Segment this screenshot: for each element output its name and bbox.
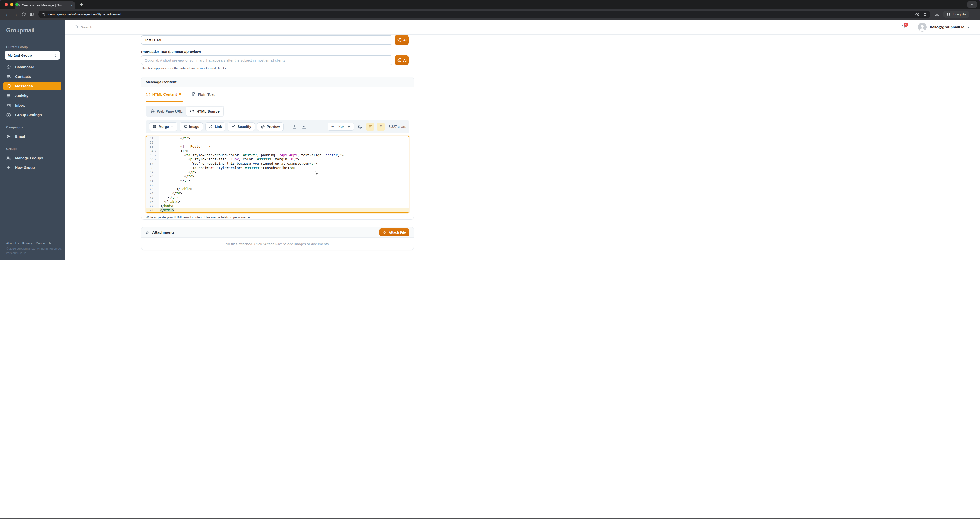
code-line-64[interactable]: 64∨ <tr> <box>146 149 409 153</box>
unsaved-dot-icon <box>179 93 181 95</box>
sidebar-item-new-group[interactable]: New Group <box>3 163 62 172</box>
address-bar[interactable]: nemo.groupmail.io/messages/new?type=adva… <box>38 11 490 18</box>
side-panel-icon[interactable] <box>28 12 36 16</box>
code-text[interactable]: </body> <box>159 204 174 208</box>
code-line-65[interactable]: 65∨ <td style="background-color: #f9f7f2… <box>146 153 409 158</box>
url-text[interactable]: nemo.groupmail.io/messages/new?type=adva… <box>48 13 490 16</box>
tab-label: Plain Text <box>198 93 215 96</box>
link-button[interactable]: Link <box>205 122 226 131</box>
fold-spacer <box>153 191 158 196</box>
image-button[interactable]: Image <box>180 122 203 131</box>
segment-web-page-url[interactable]: Web Page URL <box>147 107 186 116</box>
import-upload-icon[interactable] <box>291 125 298 129</box>
code-line-74[interactable]: 74 </td> <box>146 191 409 196</box>
code-line-70[interactable]: 70 </td> <box>146 174 409 179</box>
code-text[interactable]: </tr> <box>159 196 178 200</box>
tab-plain-text[interactable]: Plain Text <box>192 92 215 97</box>
code-line-68[interactable]: 68 <a href="#" style="color: #999999;">U… <box>146 166 409 170</box>
sidebar-item-contacts[interactable]: Contacts <box>3 72 62 81</box>
window-controls[interactable] <box>5 3 18 6</box>
code-text[interactable]: </p> <box>159 170 196 174</box>
sidebar-item-activity[interactable]: Activity <box>3 91 62 100</box>
code-line-67[interactable]: 67 You're receiving this because you sig… <box>146 161 409 166</box>
export-download-icon[interactable] <box>301 125 308 129</box>
code-line-73[interactable]: 73 </table> <box>146 187 409 191</box>
browser-tab[interactable]: G Create a new Message | Grou × <box>15 2 75 9</box>
code-line-77[interactable]: 77</body> <box>146 204 409 208</box>
fold-chevron-icon[interactable]: ∨ <box>153 157 158 161</box>
code-text[interactable]: </td> <box>159 174 194 179</box>
code-text[interactable]: </html> <box>159 208 174 212</box>
code-line-69[interactable]: 69 </p> <box>146 170 409 174</box>
code-line-76[interactable]: 76 </table> <box>146 200 409 204</box>
fold-chevron-icon[interactable]: ∨ <box>153 153 158 158</box>
preheader-input[interactable] <box>141 55 392 65</box>
font-size-decrease-button[interactable]: − <box>329 124 336 129</box>
code-text[interactable]: <a href="#" style="color: #999999;">Unsu… <box>159 166 295 170</box>
code-text[interactable]: </tr> <box>159 179 190 183</box>
forward-icon[interactable]: → <box>11 12 20 17</box>
subject-input[interactable] <box>141 35 392 45</box>
code-text[interactable]: <td style="background-color: #f9f7f2; pa… <box>159 153 344 158</box>
merge-button[interactable]: Merge <box>149 122 177 131</box>
code-text[interactable]: </table> <box>159 187 192 191</box>
minimize-window-button[interactable] <box>10 3 13 6</box>
beautify-button[interactable]: Beautify <box>228 122 255 131</box>
message-content-title: Message Content <box>142 77 414 87</box>
global-search[interactable] <box>74 25 143 29</box>
code-text[interactable]: <p style="font-size: 13px; color: #99999… <box>159 157 299 161</box>
subject-ai-button[interactable]: AI <box>395 35 409 45</box>
code-text[interactable]: You're receiving this because you signed… <box>159 161 317 166</box>
attach-file-button[interactable]: Attach File <box>379 228 409 236</box>
code-text[interactable]: </td> <box>159 191 182 196</box>
sidebar-item-inbox[interactable]: Inbox <box>3 101 62 110</box>
tab-close-icon[interactable]: × <box>71 3 73 7</box>
preview-button[interactable]: Preview <box>257 122 283 131</box>
privacy-link[interactable]: Privacy <box>22 241 33 245</box>
about-us-link[interactable]: About Us <box>6 241 19 245</box>
group-select[interactable]: My 2nd Group <box>5 51 60 60</box>
sidebar-item-label: Activity <box>15 94 29 98</box>
content-right-divider <box>414 35 414 260</box>
back-icon[interactable]: ← <box>3 12 11 17</box>
code-line-66[interactable]: 66∨ <p style="font-size: 13px; color: #9… <box>146 157 409 161</box>
sidebar-item-group-settings[interactable]: Group Settings <box>3 110 62 119</box>
search-input[interactable] <box>81 25 143 29</box>
wrap-lines-icon <box>368 125 372 129</box>
site-settings-icon[interactable] <box>41 13 45 16</box>
code-line-72[interactable]: 72 <box>146 183 409 187</box>
code-text[interactable]: <tr> <box>159 149 188 153</box>
tab-html-content[interactable]: HTML Content <box>146 92 181 96</box>
maximize-window-button[interactable] <box>15 3 18 6</box>
preheader-ai-button[interactable]: AI <box>395 55 409 65</box>
preheader-help: This text appears after the subject line… <box>141 66 226 70</box>
reload-icon[interactable] <box>20 12 28 16</box>
line-numbers-toggle[interactable]: # <box>377 123 385 131</box>
button-label: Image <box>189 125 199 129</box>
sidebar: Groupmail Current Group My 2nd Group Das… <box>0 20 65 260</box>
contact-us-link[interactable]: Contact Us <box>36 241 51 245</box>
code-text[interactable]: </table> <box>159 200 180 204</box>
sidebar-item-email[interactable]: Email <box>3 132 62 141</box>
code-line-62[interactable]: 62 <box>146 141 409 145</box>
sparkles-icon <box>397 57 401 63</box>
code-line-61[interactable]: 61 </tr> <box>146 136 409 141</box>
close-window-button[interactable] <box>5 3 8 6</box>
sidebar-item-messages[interactable]: Messages <box>3 81 62 91</box>
segment-html-source[interactable]: HTML Source <box>186 107 223 116</box>
sidebar-item-dashboard[interactable]: Dashboard <box>3 62 62 71</box>
code-line-71[interactable]: 71 </tr> <box>146 179 409 183</box>
word-wrap-toggle[interactable] <box>366 123 374 131</box>
code-text[interactable]: </tr> <box>159 136 190 141</box>
dark-mode-moon-icon[interactable] <box>358 125 362 129</box>
html-source-editor[interactable]: 61 </tr>6263 <!-- Footer -->64∨ <tr>65∨ … <box>146 136 409 213</box>
code-line-75[interactable]: 75 </tr> <box>146 196 409 200</box>
line-number-gutter: 67 <box>146 161 159 166</box>
code-line-78[interactable]: 78</html> <box>146 208 409 212</box>
font-size-increase-button[interactable]: + <box>345 124 352 129</box>
sidebar-item-manage-groups[interactable]: Manage Groups <box>3 153 62 162</box>
fold-chevron-icon[interactable]: ∨ <box>153 149 158 153</box>
code-line-63[interactable]: 63 <!-- Footer --> <box>146 145 409 149</box>
new-tab-button[interactable]: + <box>80 2 83 8</box>
code-text[interactable]: <!-- Footer --> <box>159 145 210 149</box>
